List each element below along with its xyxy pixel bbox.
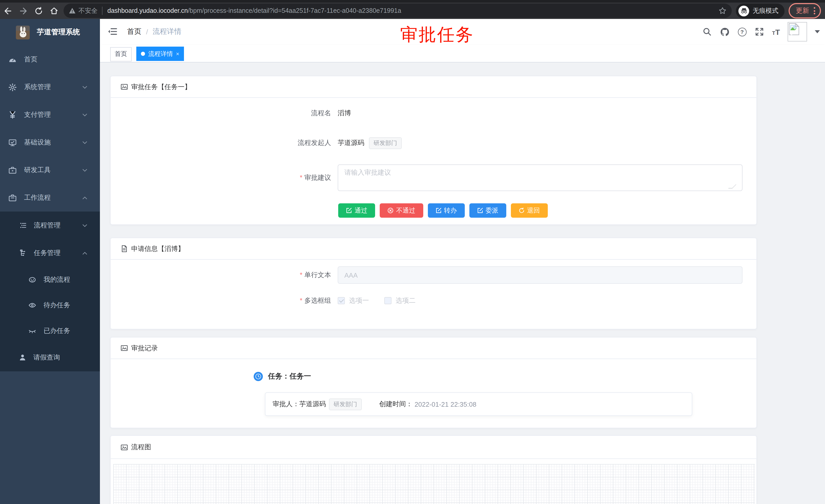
reject-button[interactable]: 不通过 <box>380 203 423 218</box>
approver-value: 芋道源码 <box>299 400 326 409</box>
app-title: 芋道管理系统 <box>37 28 80 37</box>
incognito-label: 无痕模式 <box>753 6 778 15</box>
approval-card-title: 审批任务【任务一】 <box>131 82 191 91</box>
url-text: dashboard.yudao.iocoder.cn/bpm/process-i… <box>107 7 714 14</box>
security-label: 不安全 <box>78 6 98 15</box>
tree-table-icon <box>19 221 27 230</box>
apply-card-header: 申请信息【滔博】 <box>111 238 756 260</box>
browser-menu-icon[interactable] <box>814 7 815 14</box>
sidebar-item-home[interactable]: 首页 <box>0 46 100 73</box>
diagram-card-header: 流程图 <box>111 436 756 459</box>
transfer-button[interactable]: 转办 <box>428 203 464 218</box>
sidebar-fold-icon[interactable] <box>107 28 117 35</box>
user-icon <box>18 353 27 362</box>
document-icon <box>121 245 128 253</box>
sidebar-item-payment[interactable]: 支付管理 <box>0 101 100 129</box>
incognito-badge: 无痕模式 <box>736 3 784 18</box>
delegate-button[interactable]: 委派 <box>469 203 506 218</box>
chevron-up-icon <box>82 195 88 200</box>
sidebar-item-devtools[interactable]: 研发工具 <box>0 156 100 184</box>
record-card-title: 审批记录 <box>131 343 158 353</box>
eye-closed-icon <box>28 327 36 335</box>
url-separator <box>102 7 102 15</box>
bpmn-canvas[interactable] <box>113 464 755 504</box>
sidebar-item-system[interactable]: 系统管理 <box>0 73 100 101</box>
process-diagram-card: 流程图 <box>110 435 757 504</box>
breadcrumb-separator: / <box>146 28 148 36</box>
diagram-card-title: 流程图 <box>131 442 151 452</box>
avatar[interactable] <box>788 22 807 41</box>
created-label: 创建时间： <box>379 400 412 409</box>
help-icon[interactable]: ? <box>738 27 746 36</box>
process-name-label: 流程名 <box>111 108 331 118</box>
tab-process-detail[interactable]: 流程详情 × <box>137 47 184 61</box>
approver-dept-tag: 研发部门 <box>329 398 362 410</box>
face-icon <box>28 275 36 284</box>
sidebar-item-done-tasks[interactable]: 已办任务 <box>0 318 100 344</box>
tab-close-icon[interactable]: × <box>176 51 179 57</box>
browser-chrome: 不安全 dashboard.yudao.iocoder.cn/bpm/proce… <box>0 0 825 19</box>
toolbox-icon <box>8 166 17 174</box>
browser-home-button[interactable] <box>46 4 62 18</box>
tab-home[interactable]: 首页 <box>110 47 132 61</box>
github-icon[interactable] <box>720 27 730 37</box>
timeline-clock-icon <box>254 372 263 381</box>
tab-strip-sliver <box>0 0 825 3</box>
app-root: 芋道管理系统 首页 系统管理 支付管理 <box>0 19 825 504</box>
gear-icon <box>8 83 17 91</box>
picture-icon <box>121 344 128 352</box>
record-detail-card: 审批人： 芋道源码 研发部门 创建时间： 2022-01-21 22:35:08 <box>265 392 692 416</box>
top-navbar: 首页 / 流程详情 审批任务 ? TT <box>100 19 825 45</box>
security-warning-icon[interactable] <box>69 7 76 14</box>
checkbox-option-1[interactable]: 选项一 <box>338 296 369 305</box>
approval-record-card: 审批记录 任务：任务一 审批人： 芋道源码 研发部门 创建时间： 2022-01… <box>110 337 757 428</box>
chevron-down-icon <box>82 84 88 90</box>
sidebar: 芋道管理系统 首页 系统管理 支付管理 <box>0 19 100 504</box>
checkbox-unchecked-icon <box>384 297 391 304</box>
sidebar-item-leave-query[interactable]: 请假查询 <box>0 344 100 371</box>
chevron-up-icon <box>82 250 88 256</box>
avatar-dropdown-caret[interactable] <box>815 30 820 33</box>
suggestion-label: *审批建议 <box>111 173 331 182</box>
sidebar-item-workflow[interactable]: 工作流程 <box>0 184 100 212</box>
fullscreen-icon[interactable] <box>754 27 764 37</box>
approve-button[interactable]: 通过 <box>338 203 375 218</box>
breadcrumb-home[interactable]: 首页 <box>127 27 141 36</box>
font-size-icon[interactable]: TT <box>772 27 780 36</box>
chevron-down-icon <box>82 167 88 173</box>
checkbox-option-2[interactable]: 选项二 <box>384 296 416 305</box>
initiator-dept-tag: 研发部门 <box>369 137 402 149</box>
task-line: 任务：任务一 <box>268 372 311 381</box>
search-icon[interactable] <box>702 27 712 37</box>
sidebar-item-infra[interactable]: 基础设施 <box>0 129 100 156</box>
apply-info-card: 申请信息【滔博】 *单行文本 *多选框组 选项一 <box>110 238 757 329</box>
process-name-value: 滔博 <box>338 108 351 118</box>
briefcase-icon <box>8 193 17 202</box>
picture-icon <box>121 443 128 451</box>
sidebar-item-process-mgmt[interactable]: 流程管理 <box>0 212 100 239</box>
navbar-actions: ? TT <box>702 19 820 45</box>
sidebar-item-todo-tasks[interactable]: 待办任务 <box>0 292 100 318</box>
sidebar-item-task-mgmt[interactable]: 任务管理 <box>0 239 100 267</box>
return-button[interactable]: 退回 <box>511 203 547 218</box>
chevron-down-icon <box>82 112 88 117</box>
breadcrumb-current: 流程详情 <box>153 27 181 36</box>
apply-card-title: 申请信息【滔博】 <box>131 244 184 253</box>
bookmark-star-icon[interactable] <box>719 7 727 15</box>
browser-reload-button[interactable] <box>31 4 46 18</box>
address-bar[interactable]: 不安全 dashboard.yudao.iocoder.cn/bpm/proce… <box>64 4 732 18</box>
suggestion-textarea[interactable] <box>338 164 743 191</box>
single-line-text-input[interactable] <box>338 266 743 284</box>
chevron-down-icon <box>82 223 88 228</box>
approval-card-header: 审批任务【任务一】 <box>111 76 756 98</box>
browser-update-button[interactable]: 更新 <box>789 3 821 18</box>
sidebar-logo[interactable]: 芋道管理系统 <box>0 19 100 46</box>
monitor-icon <box>8 138 17 147</box>
yen-icon <box>8 110 17 119</box>
tags-view: 首页 流程详情 × <box>100 45 825 63</box>
browser-back-button[interactable] <box>0 4 15 18</box>
workflow-submenu: 流程管理 任务管理 我的流程 <box>0 212 100 371</box>
browser-forward-button[interactable] <box>15 4 31 18</box>
annotation-overlay: 审批任务 <box>360 23 514 47</box>
sidebar-item-my-process[interactable]: 我的流程 <box>0 267 100 292</box>
